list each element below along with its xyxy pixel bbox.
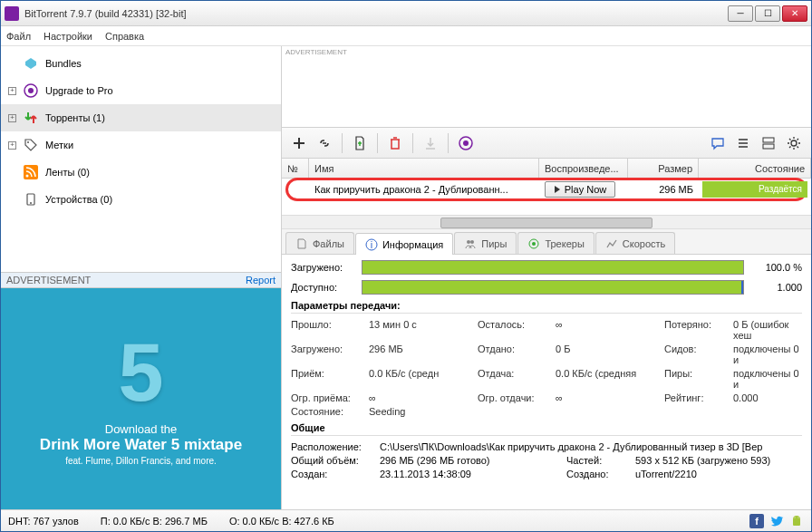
maximize-button[interactable]: ☐ xyxy=(755,5,780,22)
dht-status: DHT: 767 узлов xyxy=(8,516,79,527)
play-icon xyxy=(554,186,561,193)
transfer-grid: Прошло:13 мин 0 с Осталось:∞ Потеряно:0 … xyxy=(291,319,802,417)
remove-button[interactable] xyxy=(383,131,407,155)
titlebar: BitTorrent 7.9.7 (build 42331) [32-bit] … xyxy=(1,1,811,26)
sidebar-item-feeds[interactable]: Ленты (0) xyxy=(1,159,281,186)
sidebar-label: Ленты (0) xyxy=(45,167,90,178)
list-view-button[interactable] xyxy=(731,131,755,155)
sidebar-label: Устройства (0) xyxy=(45,194,112,205)
play-now-button[interactable]: Play Now xyxy=(545,181,615,198)
transfer-section-title: Параметры передачи: xyxy=(291,300,802,314)
col-size[interactable]: Размер xyxy=(628,159,699,178)
window-title: BitTorrent 7.9.7 (build 42331) [32-bit] xyxy=(24,8,728,19)
col-num[interactable]: № xyxy=(282,159,309,178)
available-bar xyxy=(362,280,744,295)
svg-text:i: i xyxy=(371,239,372,250)
svg-point-17 xyxy=(470,240,474,244)
bundles-icon xyxy=(24,56,38,71)
upload-status: О: 0.0 КБ/с В: 427.6 КБ xyxy=(229,516,334,527)
svg-point-9 xyxy=(463,140,469,146)
peers-icon xyxy=(464,237,477,250)
svg-point-22 xyxy=(795,517,796,517)
svg-text:f: f xyxy=(755,516,759,527)
chat-button[interactable] xyxy=(706,131,730,155)
labels-icon xyxy=(24,138,38,152)
download-status: П: 0.0 КБ/с В: 296.7 МБ xyxy=(101,516,208,527)
settings-button[interactable] xyxy=(782,131,806,155)
ad-report-link[interactable]: Report xyxy=(246,275,276,285)
svg-rect-4 xyxy=(24,165,38,179)
svg-point-23 xyxy=(798,517,799,517)
col-name[interactable]: Имя xyxy=(309,159,539,178)
facebook-icon[interactable]: f xyxy=(749,514,764,528)
speed-icon xyxy=(605,237,618,250)
tree-expand-icon[interactable]: + xyxy=(8,114,16,122)
downloaded-bar xyxy=(362,260,744,275)
minimize-button[interactable]: ─ xyxy=(728,5,753,22)
sidebar-item-torrents[interactable]: + Торренты (1) xyxy=(1,104,281,131)
svg-point-12 xyxy=(791,140,797,146)
sidebar-label: Метки xyxy=(45,140,73,150)
sidebar-label: Торренты (1) xyxy=(45,112,105,123)
android-icon[interactable] xyxy=(789,514,804,528)
tab-info[interactable]: i Информация xyxy=(355,233,453,255)
toolbar xyxy=(282,128,811,159)
svg-marker-13 xyxy=(555,186,560,193)
svg-point-19 xyxy=(532,242,536,246)
downloaded-pct: 100.0 % xyxy=(751,262,802,273)
col-status[interactable]: Состояние xyxy=(699,159,811,178)
tab-files[interactable]: Файлы xyxy=(285,232,354,254)
sidebar-item-bundles[interactable]: Bundles xyxy=(1,50,281,77)
svg-point-16 xyxy=(467,240,470,244)
remote-button[interactable] xyxy=(454,131,478,155)
sidebar-ad-header: ADVERTISEMENT Report xyxy=(1,272,281,288)
svg-point-7 xyxy=(30,202,32,204)
torrent-grid-header: № Имя Воспроизведе... Размер Состояние xyxy=(282,159,811,179)
tree-expand-icon[interactable]: + xyxy=(8,141,16,150)
svg-rect-10 xyxy=(763,138,774,142)
torrent-size: 296 МБ xyxy=(628,184,699,195)
svg-point-3 xyxy=(27,141,29,143)
detail-panel: Загружено: 100.0 % Доступно: 1.000 Парам… xyxy=(282,255,811,509)
svg-marker-0 xyxy=(25,58,36,69)
rss-icon xyxy=(24,165,38,179)
menu-settings[interactable]: Настройки xyxy=(44,31,92,42)
available-val: 1.000 xyxy=(751,282,802,293)
general-section-title: Общие xyxy=(291,422,802,436)
available-label: Доступно: xyxy=(291,282,354,293)
h-scrollbar[interactable] xyxy=(282,215,811,229)
statusbar: DHT: 767 узлов П: 0.0 КБ/с В: 296.7 МБ О… xyxy=(1,509,811,531)
torrents-icon xyxy=(24,111,38,125)
add-url-button[interactable] xyxy=(313,131,336,155)
svg-point-2 xyxy=(28,88,34,93)
sidebar-item-devices[interactable]: Устройства (0) xyxy=(1,186,281,213)
top-ad-panel: ADVERTISEMENT xyxy=(282,46,811,128)
sidebar-item-labels[interactable]: + Метки xyxy=(1,131,281,159)
app-icon xyxy=(5,6,19,21)
tab-speed[interactable]: Скорость xyxy=(595,232,676,254)
main-panel: ADVERTISEMENT № Имя xyxy=(282,46,811,509)
sidebar-item-upgrade[interactable]: + Upgrade to Pro xyxy=(1,77,281,104)
table-row[interactable]: Как приручить дракона 2 - Дублированн...… xyxy=(282,179,811,200)
downloaded-label: Загружено: xyxy=(291,262,354,273)
twitter-icon[interactable] xyxy=(769,514,784,528)
files-icon xyxy=(295,237,308,250)
col-play[interactable]: Воспроизведе... xyxy=(539,159,628,178)
menu-help[interactable]: Справка xyxy=(105,31,144,42)
sidebar-ad[interactable]: 5 Download the Drink More Water 5 mixtap… xyxy=(1,288,281,509)
info-icon: i xyxy=(365,238,378,251)
add-torrent-button[interactable] xyxy=(287,131,311,155)
menu-file[interactable]: Файл xyxy=(6,31,31,42)
detail-view-button[interactable] xyxy=(757,131,780,155)
status-badge: Раздаётся xyxy=(702,181,807,198)
close-button[interactable]: ✕ xyxy=(782,5,807,22)
tab-trackers[interactable]: Трекеры xyxy=(517,232,594,254)
start-button[interactable] xyxy=(419,131,442,155)
detail-tabs: Файлы i Информация Пиры Трекеры Скорость xyxy=(282,229,811,255)
create-torrent-button[interactable] xyxy=(348,131,372,155)
torrent-name: Как приручить дракона 2 - Дублированн... xyxy=(309,184,539,195)
tree-expand-icon[interactable]: + xyxy=(8,87,16,95)
tab-peers[interactable]: Пиры xyxy=(454,232,517,254)
trackers-icon xyxy=(527,237,540,250)
devices-icon xyxy=(24,192,38,207)
